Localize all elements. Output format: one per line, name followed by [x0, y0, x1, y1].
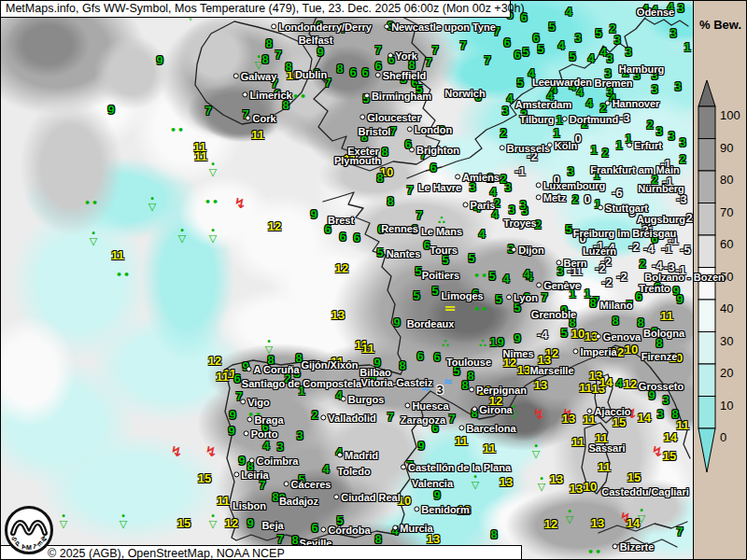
weather-map-window: % Bew. 1009080706050403020100 •▽•▽•▽•▽•▽…	[0, 0, 747, 560]
legend-tick-label: 100	[720, 108, 740, 122]
attribution-bar: © 2025 (AGB), OpenStreetMap, NOAA NCEP	[1, 545, 522, 560]
channel-northsea-coast	[407, 18, 645, 178]
metmaps-logo[interactable]: METMAPS	[5, 506, 53, 554]
copyright-text: © 2025 (AGB), OpenStreetMap, NOAA NCEP	[48, 547, 285, 560]
coastline-layer	[1, 1, 693, 560]
mediterranean-coast	[398, 345, 690, 535]
corsica-coast	[595, 374, 613, 423]
legend-tick-label: 50	[720, 270, 733, 284]
sardinia-coast	[582, 423, 610, 494]
tunisia-coast	[617, 538, 677, 547]
france-west-coast	[323, 192, 404, 374]
denmark-coast	[645, 19, 688, 26]
africa-coast	[599, 522, 687, 533]
legend-tick-label: 0	[720, 430, 726, 444]
legend-tick-label: 70	[720, 205, 733, 219]
title-bar: MetMaps.info, Gfs WW-Symbol, Mos Tempera…	[1, 1, 511, 18]
britain-coast	[309, 17, 440, 171]
page-title: MetMaps.info, Gfs WW-Symbol, Mos Tempera…	[6, 2, 525, 15]
legend-tick-label: 20	[720, 366, 733, 380]
lake-geneva	[556, 285, 567, 290]
legend-tick-label: 10	[720, 399, 733, 413]
ireland-coast	[195, 21, 312, 124]
cloudiness-legend: % Bew. 1009080706050403020100	[693, 1, 747, 560]
legend-tick-label: 90	[720, 141, 733, 155]
map-canvas[interactable]	[1, 1, 693, 560]
legend-tick-label: 30	[720, 334, 733, 348]
legend-tick-label: 40	[720, 301, 733, 315]
iberia-coast	[225, 360, 401, 540]
legend-tick-label: 80	[720, 173, 733, 187]
legend-tick-label: 60	[720, 237, 733, 251]
